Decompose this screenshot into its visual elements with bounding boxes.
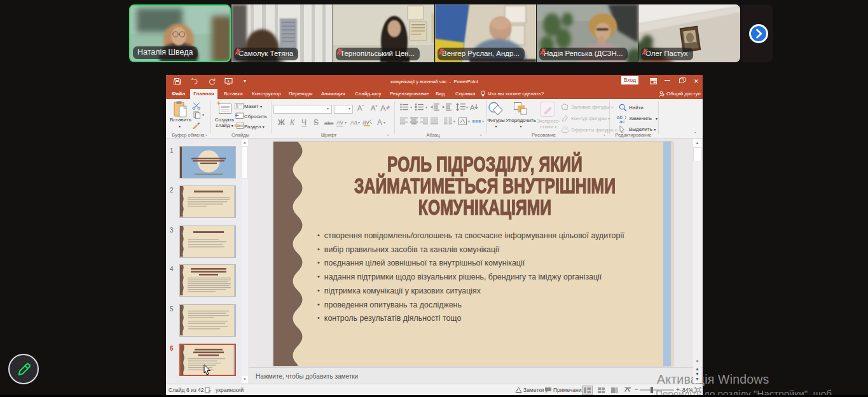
svg-text:A: A	[470, 104, 475, 111]
svg-text:A: A	[380, 104, 386, 113]
svg-text:ac: ac	[619, 119, 624, 123]
